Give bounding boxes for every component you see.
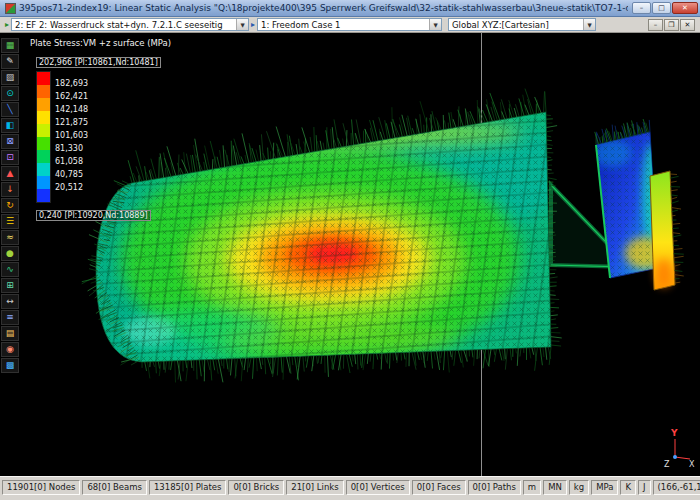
status-paths: 0[0] Paths <box>468 480 521 495</box>
draw-tool-button[interactable]: ✎ <box>1 54 19 69</box>
child-window-controls: – ❐ ✕ <box>648 19 695 31</box>
coord-system-select[interactable]: Global XYZ:[Cartesian] ▼ <box>448 18 596 31</box>
link-tool-button[interactable]: ⊡ <box>1 150 19 165</box>
contour-legend: Plate Stress:VM +z surface (MPa) 202,966… <box>30 38 171 223</box>
close-button[interactable]: ✕ <box>672 2 698 14</box>
moment-tool-button[interactable]: ↻ <box>1 198 19 213</box>
status-plates: 13185[0] Plates <box>149 480 226 495</box>
window-title: 395pos71-2index19: Linear Static Analysi… <box>19 3 628 13</box>
tool-palette: ▦ ✎ ▨ ⊙ ╲ ◧ ⊠ ⊡ ▲ ↓ ↻ ☰ ≈ ● ∿ ⊞ ↔ ≡ ▤ ◉ … <box>1 38 23 373</box>
status-unit-mass[interactable]: kg <box>569 480 589 495</box>
force-tool-button[interactable]: ↓ <box>1 182 19 197</box>
status-beams: 68[0] Beams <box>82 480 147 495</box>
status-unit-length[interactable]: m <box>523 480 541 495</box>
legend-min-value: 0,240 [Pl:10920,Nd:10889] <box>36 210 151 221</box>
render-tool-button[interactable]: ▩ <box>1 358 19 373</box>
maximize-button[interactable]: □ <box>652 2 671 14</box>
child-restore-button[interactable]: ❐ <box>664 19 679 31</box>
legend-swatch <box>37 137 50 150</box>
legend-title: Plate Stress:VM +z surface (MPa) <box>30 38 171 48</box>
legend-value: 40,785 <box>55 169 88 182</box>
app-icon <box>5 3 16 14</box>
status-unit-force[interactable]: MN <box>543 480 567 495</box>
chevron-down-icon: ▼ <box>583 19 595 30</box>
legend-value: 101,603 <box>55 130 88 143</box>
node-tool-button[interactable]: ⊙ <box>1 86 19 101</box>
axis-x-label: X <box>689 460 695 469</box>
window-controls: – □ ✕ <box>632 2 698 14</box>
legend-swatch <box>37 111 50 124</box>
case-toolbar: ▸ 2: EF 2: Wasserdruck stat+dyn. 7.2.1.C… <box>0 17 700 33</box>
status-coordinates: (166,-61,169) <box>653 480 700 495</box>
axis-y-label: Y <box>670 428 678 438</box>
status-unit-energy[interactable]: J <box>638 480 651 495</box>
freedom-case-select[interactable]: 1: Freedom Case 1 ▼ <box>257 18 442 31</box>
status-bricks: 0[0] Bricks <box>228 480 284 495</box>
layers-tool-button[interactable]: ≡ <box>1 310 19 325</box>
plate-tool-button[interactable]: ◧ <box>1 118 19 133</box>
status-vertices: 0[0] Vertices <box>346 480 410 495</box>
coord-system-value: Global XYZ:[Cartesian] <box>452 20 580 30</box>
legend-value: 142,148 <box>55 104 88 117</box>
legend-swatch <box>37 176 50 189</box>
beam-tool-button[interactable]: ╲ <box>1 102 19 117</box>
minimize-button[interactable]: – <box>632 2 651 14</box>
load-case-icon: ▸ <box>5 20 9 29</box>
legend-value: 20,512 <box>55 182 88 195</box>
legend-value: 81,330 <box>55 143 88 156</box>
legend-value: 61,058 <box>55 156 88 169</box>
freedom-case-value: 1: Freedom Case 1 <box>261 20 426 30</box>
legend-swatch <box>37 189 50 202</box>
legend-value: 182,693 <box>55 78 88 91</box>
camera-tool-button[interactable]: ◉ <box>1 342 19 357</box>
restraint-tool-button[interactable]: ▲ <box>1 166 19 181</box>
child-minimize-button[interactable]: – <box>648 19 663 31</box>
legend-color-scale <box>36 71 51 203</box>
legend-values: 182,693 162,421 142,148 121,875 101,603 … <box>55 78 88 203</box>
status-unit-temperature[interactable]: K <box>620 480 636 495</box>
legend-swatch <box>37 124 50 137</box>
legend-swatch <box>37 150 50 163</box>
status-nodes: 11901[0] Nodes <box>2 480 80 495</box>
legend-swatch <box>37 98 50 111</box>
freedom-case-icon: ▸ <box>251 20 255 29</box>
model-viewport[interactable]: ▦ ✎ ▨ ⊙ ╲ ◧ ⊠ ⊡ ▲ ↓ ↻ ☰ ≈ ● ∿ ⊞ ↔ ≡ ▤ ◉ … <box>0 33 700 476</box>
status-bar: 11901[0] Nodes 68[0] Beams 13185[0] Plat… <box>0 476 700 500</box>
legend-swatch <box>37 163 50 176</box>
legend-swatch <box>37 72 50 85</box>
status-links: 21[0] Links <box>286 480 343 495</box>
chevron-down-icon: ▼ <box>429 19 441 30</box>
legend-value: 162,421 <box>55 91 88 104</box>
thermal-tool-button[interactable]: ≈ <box>1 230 19 245</box>
legend-value: 121,875 <box>55 117 88 130</box>
measure-tool-button[interactable]: ↔ <box>1 294 19 309</box>
select-tool-button[interactable]: ▦ <box>1 38 19 53</box>
child-close-button[interactable]: ✕ <box>680 19 695 31</box>
group-tool-button[interactable]: ▤ <box>1 326 19 341</box>
chevron-down-icon: ▼ <box>236 19 248 30</box>
erase-tool-button[interactable]: ▨ <box>1 70 19 85</box>
load-case-select[interactable]: 2: EF 2: Wasserdruck stat+dyn. 7.2.1.C s… <box>11 18 249 31</box>
load-case-value: 2: EF 2: Wasserdruck stat+dyn. 7.2.1.C s… <box>15 20 233 30</box>
grid-tool-button[interactable]: ⊞ <box>1 278 19 293</box>
axis-z-label: Z <box>664 460 670 469</box>
legend-max-value: 202,966 [Pl:10861,Nd:10481] <box>36 57 161 68</box>
pressure-tool-button[interactable]: ☰ <box>1 214 19 229</box>
spring-tool-button[interactable]: ∿ <box>1 262 19 277</box>
title-bar: 395pos71-2index19: Linear Static Analysi… <box>0 0 700 17</box>
brick-tool-button[interactable]: ⊠ <box>1 134 19 149</box>
status-unit-stress[interactable]: MPa <box>591 480 618 495</box>
status-faces: 0[0] Faces <box>412 480 466 495</box>
mass-tool-button[interactable]: ● <box>1 246 19 261</box>
axis-triad: Y Z X <box>663 427 697 473</box>
legend-swatch <box>37 85 50 98</box>
